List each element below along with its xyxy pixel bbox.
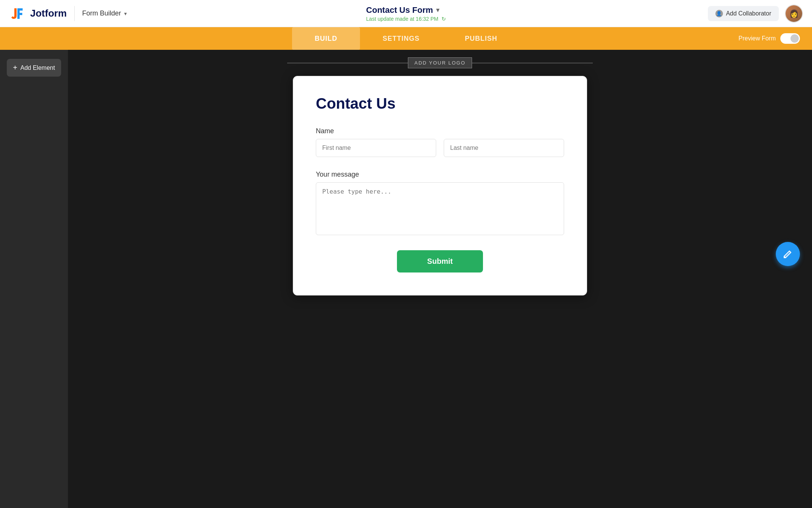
left-sidebar: + Add Element [0,50,68,508]
logo-placeholder[interactable]: ADD YOUR LOGO [408,57,472,68]
nav-right: Preview Form [738,33,800,44]
header-right: 👤 Add Collaborator 👩 [708,5,803,23]
header: Jotform Form Builder ▾ Contact Us Form ▾… [0,0,812,27]
name-field: Name [316,127,564,157]
avatar[interactable]: 👩 [785,5,803,23]
nav-tabs: BUILD SETTINGS PUBLISH [292,27,520,50]
name-row [316,139,564,157]
avatar-image: 👩 [786,5,802,22]
message-textarea[interactable] [316,182,564,235]
form-builder-button[interactable]: Form Builder ▾ [82,9,127,17]
form-title-chevron-icon: ▾ [436,6,439,14]
refresh-icon: ↻ [441,16,446,22]
form-header-strip: ADD YOUR LOGO [68,50,812,68]
preview-toggle[interactable] [780,33,800,44]
user-icon: 👤 [715,10,723,17]
submit-button[interactable]: Submit [397,250,483,272]
header-divider [74,6,75,21]
canvas-area: ADD YOUR LOGO Contact Us Name Your messa… [68,50,812,508]
right-fab-button[interactable] [776,242,800,266]
add-collaborator-label: Add Collaborator [726,10,771,17]
navbar: BUILD SETTINGS PUBLISH Preview Form [0,27,812,50]
strip-line-right [472,63,593,63]
strip-line-left [287,63,408,63]
last-update-text: Last update made at 16:32 PM ↻ [366,16,446,22]
submit-button-wrap: Submit [316,250,564,272]
add-collaborator-button[interactable]: 👤 Add Collaborator [708,6,779,21]
form-title-text: Contact Us Form [366,5,433,15]
plus-icon: + [13,63,17,72]
name-label: Name [316,127,564,135]
pencil-icon [783,249,793,259]
chevron-down-icon: ▾ [124,11,127,17]
main-content: + Add Element ADD YOUR LOGO Contact Us N… [0,50,812,508]
first-name-input[interactable] [316,139,436,157]
preview-form-label: Preview Form [738,35,776,42]
jotform-logo-text: Jotform [30,8,67,19]
form-builder-label: Form Builder [82,9,121,17]
tab-publish[interactable]: PUBLISH [442,27,520,50]
form-title-area[interactable]: Contact Us Form ▾ [366,5,446,15]
message-label: Your message [316,171,564,179]
add-element-button[interactable]: + Add Element [7,59,61,77]
last-name-input[interactable] [444,139,564,157]
jotform-logo-icon [9,5,26,22]
add-element-label: Add Element [20,65,55,71]
form-card: Contact Us Name Your message Submit [293,76,587,296]
form-heading: Contact Us [316,95,564,112]
tab-build[interactable]: BUILD [292,27,360,50]
logo-area: Jotform [9,5,67,22]
toggle-knob [790,34,799,43]
message-field: Your message [316,171,564,237]
tab-settings[interactable]: SETTINGS [360,27,442,50]
header-center: Contact Us Form ▾ Last update made at 16… [366,5,446,22]
